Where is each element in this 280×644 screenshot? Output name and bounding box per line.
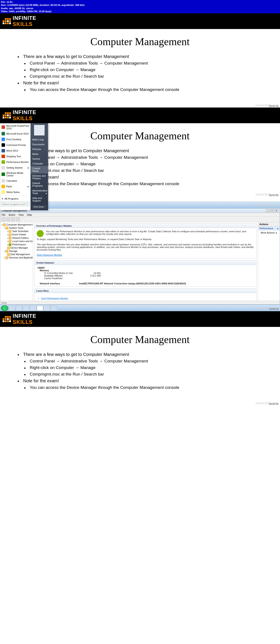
bullet: There are a few ways to get to Computer … [18, 148, 271, 153]
toolbar-help-icon[interactable] [16, 218, 20, 221]
taskbar-app-icon[interactable] [44, 306, 50, 311]
tree-device-manager[interactable]: Device Manager [1, 246, 32, 250]
overview-text: You can use Performance Monitor to view … [37, 230, 254, 235]
place-control-panel[interactable]: Control Panel [31, 166, 48, 174]
tree-performance[interactable]: ⊞Performance [1, 243, 32, 246]
learn-link[interactable]: Working with Performance Monitor Reports [41, 300, 250, 301]
logo-bar: INFINITESKILLS [0, 108, 280, 123]
taskbar-mmc-icon[interactable] [51, 306, 57, 311]
shutdown-button[interactable]: Shut down [32, 205, 47, 209]
taskbar-wmp-icon[interactable] [23, 306, 29, 311]
tree-event-viewer[interactable]: ⊞Event Viewer [1, 233, 32, 236]
program-excel[interactable]: Microsoft Excel 2010 [0, 131, 30, 136]
slide-title: Computer Management [9, 334, 271, 346]
actions-header: Actions [258, 222, 280, 226]
place-computer[interactable]: Computer [31, 161, 48, 166]
maximize-button[interactable]: □ [270, 209, 274, 212]
program-powerpoint[interactable]: Microsoft PowerPoint 2010 [0, 124, 30, 131]
slide-4: Computer Management There are a few ways… [0, 327, 280, 406]
overview-text: To begin, expand Monitoring Tools and cl… [37, 238, 254, 240]
close-button[interactable]: ✕ [274, 209, 278, 212]
status-bar: Done [0, 301, 280, 304]
memory-label: Memory [38, 269, 253, 272]
learn-body: Using Performance Monitor Working with P… [34, 293, 257, 301]
sub-bullet: Compmgmt.msc at the Run / Search bar [24, 372, 271, 377]
metric-label: Cache Faults/sec [44, 277, 83, 280]
place-documents[interactable]: Documents [31, 142, 48, 147]
actions-category[interactable]: Performance▴ [258, 226, 280, 230]
menu-bar: File Action View Help [0, 213, 280, 217]
open-resource-monitor-link[interactable]: Open Resource Monitor [37, 254, 62, 256]
taskbar-powerpoint-icon[interactable] [37, 306, 43, 311]
summary-header: System Summary [34, 260, 257, 265]
logo-icon [3, 112, 11, 118]
all-programs[interactable]: ▸All Programs [0, 196, 30, 201]
ni-label: Network Interface [40, 282, 79, 285]
minimize-button[interactable]: _ [266, 209, 270, 212]
actions-more[interactable]: More Actions▸ [258, 230, 280, 235]
tree-storage[interactable]: ⊟Storage [1, 250, 32, 253]
tree-local-users[interactable]: ⊞Local Users and Groups [1, 240, 32, 243]
start-search [0, 201, 30, 207]
taskbar-explorer-icon[interactable] [16, 306, 22, 311]
sub-bullet: Right-click on Computer → Manage [24, 365, 271, 370]
logo-icon [3, 18, 11, 24]
slide-1: Computer Management There are a few ways… [0, 29, 280, 108]
taskbar-word-icon[interactable] [30, 306, 36, 311]
program-perfmon[interactable]: Performance Monitor [0, 159, 30, 165]
learn-link[interactable]: Using Performance Monitor [41, 297, 250, 300]
center-pane: Overview of Performance Monitor You can … [33, 222, 258, 301]
place-default-programs[interactable]: Default Programs [31, 181, 48, 188]
program-paint[interactable]: Paint▸ [0, 184, 30, 189]
tree-disk-management[interactable]: Disk Management [1, 253, 32, 256]
tree-task-scheduler[interactable]: ⊞Task Scheduler [1, 230, 32, 233]
user-name[interactable]: Mark Long [31, 137, 48, 142]
sub-bullet: Compmgmt.msc at the Run / Search bar [24, 168, 271, 173]
place-games[interactable]: Games [31, 156, 48, 161]
menu-view[interactable]: View [19, 214, 24, 216]
sub-bullet: Right-click on Computer → Manage [24, 162, 271, 166]
timestamp: 00:01:40 [269, 104, 278, 107]
metric-label: Available MBytes [44, 274, 83, 277]
sub-bullet: Compmgmt.msc at the Run / Search bar [24, 74, 271, 79]
timestamp: 00:02:45 [269, 307, 278, 310]
tree-services[interactable]: ⊞Services and Applications [1, 256, 32, 259]
menu-action[interactable]: Action [9, 214, 15, 216]
slide-title: Computer Management [9, 36, 271, 48]
taskbar: InfiniteSkills.com 00:02:45 [0, 305, 280, 311]
console-tree: ⊟Computer Management (Local) ⊟System Too… [0, 222, 33, 301]
search-input[interactable] [1, 202, 30, 206]
place-pictures[interactable]: Pictures [31, 147, 48, 152]
metric-value [83, 277, 101, 280]
start-button[interactable] [1, 305, 8, 311]
program-sticky[interactable]: Sticky Notes [0, 189, 30, 195]
tree-shared-folders[interactable]: ⊞Shared Folders [1, 236, 32, 240]
program-word[interactable]: Word 2013 [0, 148, 30, 154]
tree-root[interactable]: ⊟Computer Management (Local) [1, 223, 32, 226]
place-help[interactable]: Help and Support [31, 196, 48, 203]
program-wmc[interactable]: Windows Media Center [0, 170, 30, 178]
tree-system-tools[interactable]: ⊟System Tools [1, 226, 32, 230]
sub-bullet: You can access the Device Manager throug… [24, 385, 271, 390]
logo-text: INFINITESKILLS [13, 109, 36, 122]
program-calc[interactable]: Calculator [0, 178, 30, 184]
program-getting-started[interactable]: Getting Started▸ [0, 165, 30, 170]
place-devices[interactable]: Devices and Printers [31, 174, 48, 181]
timestamp: 00:03:38 [269, 402, 278, 405]
place-music[interactable]: Music [31, 152, 48, 156]
program-cmd[interactable]: Command Prompt [0, 142, 30, 148]
system-summary: \\WIN7 Memory % Committed Bytes In Use14… [34, 265, 257, 287]
toolbar-forward-icon[interactable] [6, 218, 10, 221]
menu-help[interactable]: Help [27, 214, 32, 216]
program-snipping[interactable]: Snipping Tool [0, 154, 30, 159]
logo-bar: INFINITESKILLS [0, 311, 280, 327]
menu-file[interactable]: File [2, 214, 6, 216]
place-admin-tools[interactable]: Administrative Tools [31, 188, 48, 196]
overview-header: Overview of Performance Monitor [34, 224, 257, 228]
taskbar-ie-icon[interactable] [9, 306, 15, 311]
metric-label: % Committed Bytes In Use [44, 272, 83, 274]
toolbar-back-icon[interactable] [2, 218, 6, 221]
timestamp: 00:01:50 [269, 194, 278, 196]
program-prezi[interactable]: Prezi Desktop [0, 136, 30, 142]
toolbar-up-icon[interactable] [11, 218, 15, 221]
